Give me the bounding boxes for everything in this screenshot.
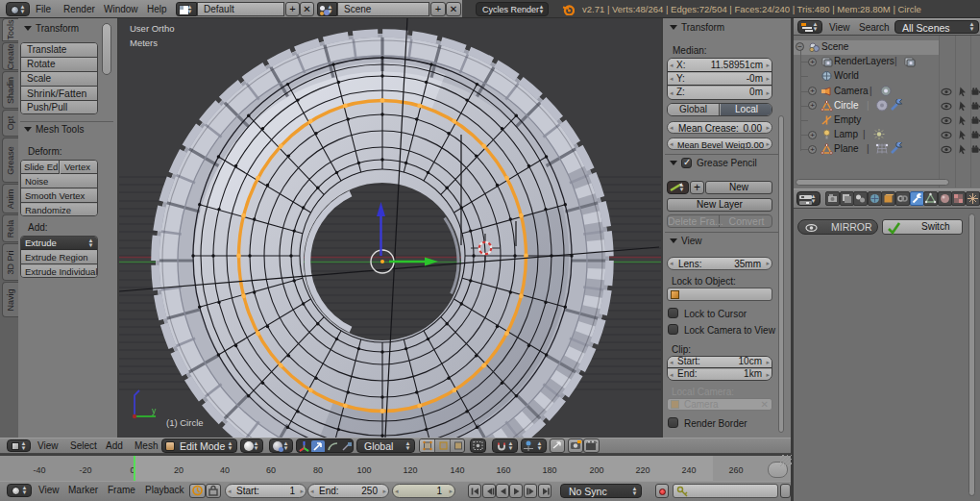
svg-text:User Ortho: User Ortho [130, 23, 174, 34]
svg-text:(1) Circle: (1) Circle [166, 417, 204, 428]
svg-text:Meters: Meters [130, 38, 158, 48]
